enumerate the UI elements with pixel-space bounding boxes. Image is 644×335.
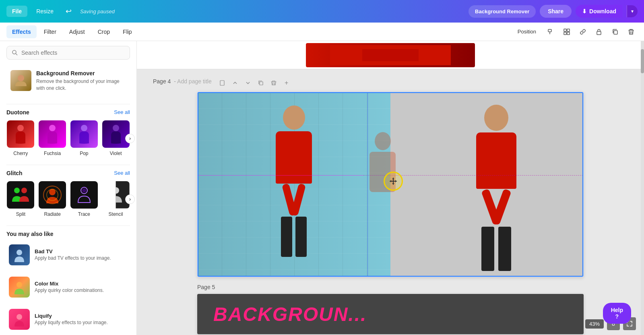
duotone-cherry[interactable]: Cherry xyxy=(6,120,35,157)
page4-label: Page 4 - Add page title xyxy=(153,78,212,85)
svg-line-9 xyxy=(16,54,17,55)
violet-label: Violet xyxy=(110,151,122,156)
trace-label: Trace xyxy=(78,211,90,217)
fig-left-body xyxy=(276,131,312,184)
fig-left-head xyxy=(283,105,305,130)
tab-filter[interactable]: Filter xyxy=(38,25,62,38)
svg-point-22 xyxy=(113,187,119,194)
glitch-effects-grid: Split Radiate Trace xyxy=(6,181,130,217)
lock-icon[interactable] xyxy=(592,25,605,38)
svg-point-24 xyxy=(17,282,22,287)
download-button[interactable]: ⬇ Download xyxy=(576,5,623,18)
split-label: Split xyxy=(16,211,25,217)
page-container: Page 4 - Add page title xyxy=(137,69,644,335)
copy-icon[interactable] xyxy=(609,25,621,38)
svg-point-12 xyxy=(49,125,56,131)
duotone-effects-grid: Cherry Fuchsia Pop xyxy=(6,120,130,157)
violet-thumb xyxy=(102,120,130,148)
stencil-label: Stencil xyxy=(109,211,123,217)
tab-crop[interactable]: Crop xyxy=(92,25,116,38)
page4-bookmark-button[interactable] xyxy=(217,77,228,89)
file-button[interactable]: File xyxy=(6,6,27,17)
canvas-frame-page5: BACKGROUN... xyxy=(197,294,584,334)
link-icon[interactable] xyxy=(576,25,589,38)
right-scrollbar[interactable] xyxy=(641,41,644,335)
move-cursor[interactable] xyxy=(384,172,403,191)
right-scrollbar-thumb xyxy=(641,49,644,73)
position-button[interactable]: Position xyxy=(513,26,541,37)
page4-label-text: Page 4 xyxy=(153,78,171,85)
left-panel: Background Remover Remove the background… xyxy=(0,41,137,335)
svg-point-25 xyxy=(17,314,22,320)
format-painter-icon[interactable] xyxy=(544,25,557,38)
search-input[interactable] xyxy=(21,50,125,56)
page4-copy-button[interactable] xyxy=(255,77,266,89)
svg-rect-2 xyxy=(564,29,566,31)
split-line-vertical xyxy=(367,92,368,277)
canvas-area: Page 4 - Add page title xyxy=(137,41,644,335)
page4-up-button[interactable] xyxy=(229,77,241,89)
trace-thumb xyxy=(70,181,98,209)
undo-button[interactable]: ↩ xyxy=(62,5,75,18)
page4-down-button[interactable] xyxy=(242,77,254,89)
glitch-trace[interactable]: Trace xyxy=(70,181,99,217)
resize-button[interactable]: Resize xyxy=(32,6,58,17)
page4-actions: + xyxy=(217,77,292,89)
svg-point-23 xyxy=(17,250,22,255)
svg-rect-3 xyxy=(567,29,570,31)
glitch-title: Glitch xyxy=(6,170,23,176)
tab-effects[interactable]: Effects xyxy=(6,25,37,38)
tab-adjust[interactable]: Adjust xyxy=(64,25,91,38)
svg-rect-7 xyxy=(614,31,617,34)
topbar-right-actions: Background Remover Share ⬇ Download ▾ xyxy=(469,5,638,18)
fuchsia-thumb xyxy=(39,120,66,148)
page4-add-button[interactable]: + xyxy=(281,77,292,89)
glitch-radiate[interactable]: Radiate xyxy=(38,181,67,217)
search-bar[interactable] xyxy=(6,46,130,60)
main-layout: Background Remover Remove the background… xyxy=(0,41,644,335)
figure-left xyxy=(236,101,352,277)
background-remover-section[interactable]: Background Remover Remove the background… xyxy=(6,66,130,96)
glitch-see-all-button[interactable]: See all xyxy=(114,170,130,176)
glitch-next-button[interactable]: › xyxy=(125,194,135,204)
trash-icon[interactable] xyxy=(625,25,638,38)
svg-rect-33 xyxy=(260,82,263,85)
suggestions-title: You may also like xyxy=(6,231,53,237)
toolbar2: Effects Filter Adjust Crop Flip Position xyxy=(0,23,644,41)
download-chevron-button[interactable]: ▾ xyxy=(627,5,638,17)
search-icon xyxy=(12,50,18,56)
page4-subtitle: Add page title xyxy=(177,78,212,85)
grid-icon[interactable] xyxy=(560,25,573,38)
tab-flip[interactable]: Flip xyxy=(117,25,138,38)
download-label: Download xyxy=(589,8,616,14)
divider3 xyxy=(6,225,130,226)
help-button[interactable]: Help ? xyxy=(603,303,631,324)
glitch-split[interactable]: Split xyxy=(6,181,35,217)
zoom-display: 43% xyxy=(585,319,604,329)
download-icon: ⬇ xyxy=(582,8,587,14)
bad-tv-description: Apply bad TV effects to your image. xyxy=(35,255,111,261)
topbar: File Resize ↩ Saving paused Background R… xyxy=(0,0,644,23)
help-label: Help ? xyxy=(611,307,623,320)
svg-rect-5 xyxy=(567,32,570,35)
suggestion-color-mix[interactable]: Color Mix Apply quirky color combination… xyxy=(6,274,130,300)
stencil-thumb xyxy=(102,181,130,209)
svg-rect-6 xyxy=(597,31,601,35)
suggestion-liquify[interactable]: Liquify Apply liquify effects to your im… xyxy=(6,306,130,332)
background-remover-topbar-button[interactable]: Background Remover xyxy=(469,5,536,18)
duotone-next-button[interactable]: › xyxy=(125,134,135,143)
svg-rect-4 xyxy=(564,32,566,35)
share-button[interactable]: Share xyxy=(540,5,572,18)
svg-point-13 xyxy=(81,125,87,131)
page4-delete-button[interactable] xyxy=(268,77,279,89)
suggestion-bad-tv[interactable]: Bad TV Apply bad TV effects to your imag… xyxy=(6,242,130,268)
toolbar2-right: Position xyxy=(513,25,638,38)
duotone-pop[interactable]: Pop xyxy=(70,120,99,157)
duotone-fuchsia[interactable]: Fuchsia xyxy=(38,120,67,157)
svg-point-15 xyxy=(14,188,20,193)
saving-status: Saving paused xyxy=(80,8,115,14)
color-mix-info: Color Mix Apply quirky color combination… xyxy=(35,281,104,293)
pop-thumb xyxy=(70,120,98,148)
canvas-frame-page4 xyxy=(197,92,584,277)
duotone-see-all-button[interactable]: See all xyxy=(114,109,130,115)
